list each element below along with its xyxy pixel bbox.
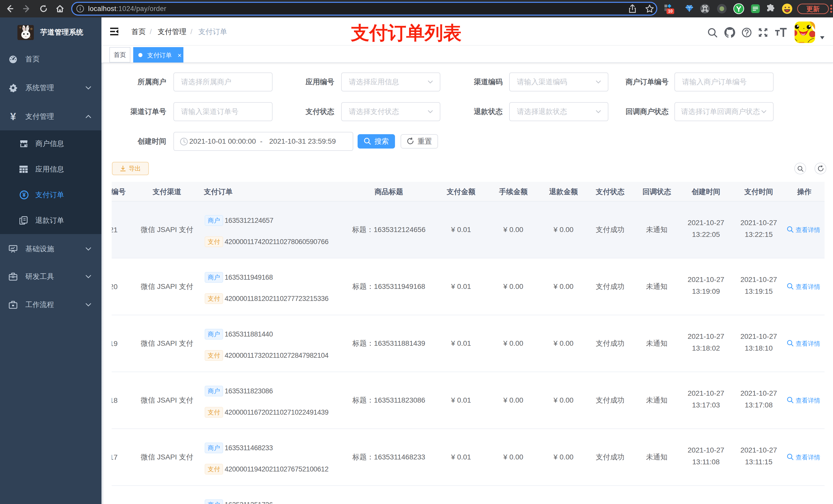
svg-text:¥: ¥ (23, 192, 26, 198)
